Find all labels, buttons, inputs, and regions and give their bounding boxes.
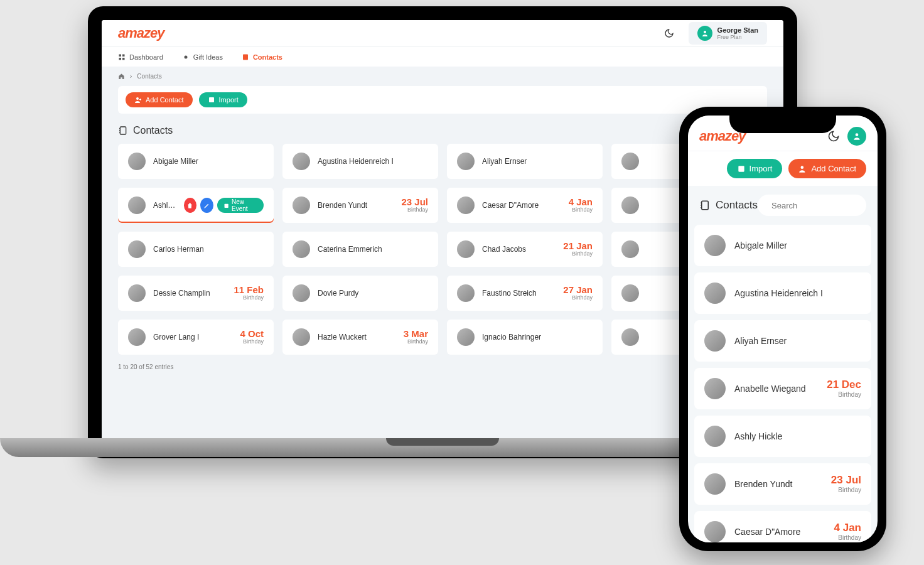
mobile-add-contact-label: Add Contact	[811, 164, 856, 173]
svg-rect-15	[738, 166, 744, 171]
contact-card[interactable]: Aliyah Ernser	[694, 320, 871, 362]
contact-card[interactable]: Brenden Yundt23 JulBirthday	[694, 463, 871, 505]
mobile-contacts-list: Abigale Miller Agustina Heidenreich I Al…	[688, 225, 878, 542]
contact-card[interactable]: Grover Lang I4 OctBirthday	[118, 320, 274, 355]
add-contact-button[interactable]: Add Contact	[126, 92, 193, 107]
mobile-action-bar: Import Add Contact	[688, 151, 878, 186]
breadcrumb: › Contacts	[102, 67, 783, 86]
contact-card[interactable]: Caesar D"Amore4 JanBirthday	[694, 511, 871, 542]
nav-contacts[interactable]: Contacts	[242, 53, 282, 61]
mobile-import-button[interactable]: Import	[727, 159, 783, 178]
contact-card[interactable]: Caesar D"Amore4 JanBirthday	[447, 188, 603, 223]
contact-card[interactable]: Anabelle Wiegand21 DecBirthday	[694, 368, 871, 409]
calendar-icon	[223, 202, 229, 209]
contact-avatar	[621, 196, 639, 214]
contact-card[interactable]: Agustina Heidenreich I	[694, 272, 871, 314]
contact-avatar	[293, 284, 310, 302]
nav-gift-ideas[interactable]: Gift Ideas	[182, 53, 223, 61]
contact-card[interactable]: Ashly Hickle	[694, 416, 871, 457]
nav-gift-ideas-label: Gift Ideas	[193, 53, 223, 61]
svg-rect-17	[702, 201, 709, 210]
contact-event-type: Birthday	[563, 251, 593, 257]
import-button[interactable]: Import	[199, 92, 247, 107]
section-title: Contacts	[133, 125, 173, 136]
contact-event-type: Birthday	[240, 339, 264, 345]
edit-contact-button[interactable]	[200, 198, 213, 213]
contact-card[interactable]: Ignacio Bahringer	[447, 320, 603, 355]
mobile-user-menu[interactable]	[847, 127, 866, 146]
new-event-label: New Event	[232, 198, 257, 212]
contact-name: Brenden Yundt	[318, 201, 394, 210]
contact-name: Caesar D"Amore	[734, 527, 825, 537]
user-menu[interactable]: George Stan Free Plan	[689, 22, 767, 45]
mobile-search[interactable]	[758, 195, 866, 216]
gift-icon	[182, 53, 190, 61]
svg-point-7	[136, 97, 139, 100]
contact-event-type: Birthday	[401, 207, 428, 213]
nav-dashboard[interactable]: Dashboard	[118, 53, 163, 61]
contact-card[interactable]: Chad Jacobs21 JanBirthday	[447, 232, 603, 267]
search-input[interactable]	[771, 201, 877, 210]
contact-card[interactable]: Caterina Emmerich	[282, 232, 438, 267]
home-icon[interactable]	[118, 73, 125, 80]
contact-avatar	[128, 196, 146, 214]
contacts-book-icon	[699, 200, 711, 211]
import-icon	[737, 164, 746, 173]
contact-avatar	[621, 240, 639, 258]
contact-event-date: 27 Jan	[563, 285, 593, 296]
contact-avatar	[704, 521, 726, 542]
contact-name: Agustina Heidenreich I	[318, 157, 428, 166]
contact-event-type: Birthday	[827, 391, 861, 399]
delete-contact-button[interactable]	[184, 198, 197, 213]
contact-avatar	[621, 328, 639, 346]
contact-card[interactable]: Hazle Wuckert3 MarBirthday	[282, 320, 438, 355]
breadcrumb-separator: ›	[130, 73, 132, 80]
desktop-topbar: amazey George Stan Free Plan	[102, 20, 783, 46]
contact-avatar	[457, 328, 475, 346]
contact-event-date: 21 Jan	[563, 241, 593, 252]
contact-card[interactable]: Carlos Herman	[118, 232, 274, 267]
person-icon	[701, 30, 709, 37]
svg-rect-4	[122, 58, 125, 60]
contact-card[interactable]: Dessie Champlin11 FebBirthday	[118, 276, 274, 311]
svg-rect-8	[209, 97, 214, 102]
contact-card[interactable]: Ashly H New Event	[118, 188, 274, 223]
new-event-button[interactable]: New Event	[217, 198, 264, 213]
user-name: George Stan	[717, 26, 758, 34]
contact-name: Dessie Champlin	[153, 289, 226, 298]
contact-card[interactable]: Dovie Purdy	[282, 276, 438, 311]
contact-card[interactable]: Abigale Miller	[694, 225, 871, 266]
phone-bezel: amazey Import Add Contact	[679, 107, 886, 551]
contact-avatar	[293, 240, 310, 258]
contact-name: Dovie Purdy	[318, 289, 428, 298]
contact-name: Ashly Hickle	[734, 431, 861, 441]
contact-event-type: Birthday	[831, 487, 861, 494]
svg-rect-3	[119, 58, 122, 60]
mobile-add-contact-button[interactable]: Add Contact	[788, 159, 866, 178]
contact-avatar	[128, 328, 146, 346]
contact-avatar	[457, 240, 475, 258]
contact-event-date: 4 Oct	[240, 329, 264, 340]
contact-name: Abigale Miller	[734, 240, 861, 250]
contact-avatar	[457, 153, 475, 170]
contact-avatar	[621, 153, 639, 170]
phone-device-frame: amazey Import Add Contact	[679, 107, 886, 551]
contact-card[interactable]: Aliyah Ernser	[447, 144, 603, 179]
contact-card[interactable]: Agustina Heidenreich I	[282, 144, 438, 179]
import-label: Import	[219, 96, 239, 104]
dark-mode-toggle[interactable]	[660, 24, 679, 43]
mobile-import-label: Import	[749, 164, 773, 173]
brand-logo[interactable]: amazey	[118, 25, 164, 41]
contact-avatar	[128, 153, 146, 170]
contact-avatar	[704, 473, 726, 495]
phone-notch	[729, 116, 836, 133]
contact-name: Agustina Heidenreich I	[734, 288, 861, 298]
contact-card[interactable]: Abigale Miller	[118, 144, 274, 179]
contact-event-date: 3 Mar	[404, 329, 428, 340]
contact-card[interactable]: Faustino Streich27 JanBirthday	[447, 276, 603, 311]
svg-point-5	[184, 55, 187, 58]
moon-icon	[827, 130, 840, 143]
mobile-dark-mode-toggle[interactable]	[827, 130, 840, 143]
contact-avatar	[704, 426, 726, 447]
contact-card[interactable]: Brenden Yundt23 JulBirthday	[282, 188, 438, 223]
